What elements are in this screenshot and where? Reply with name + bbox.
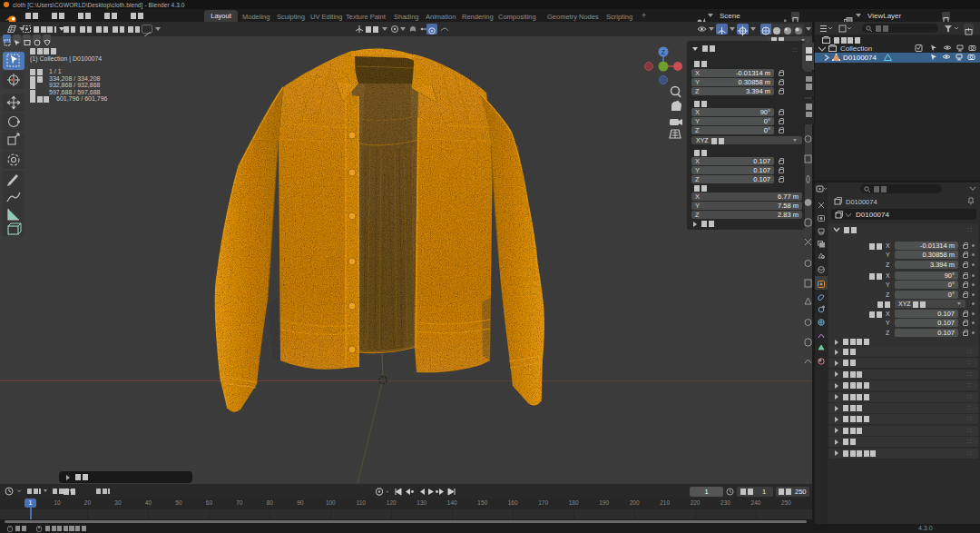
- svg-text:Z: Z: [662, 49, 666, 55]
